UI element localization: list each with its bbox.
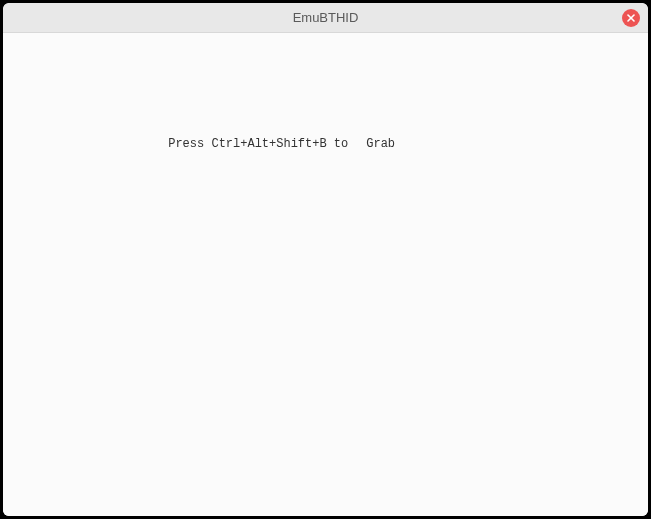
grab-hint: Press Ctrl+Alt+Shift+B toGrab (125, 123, 395, 165)
window-title: EmuBTHID (293, 10, 359, 25)
close-icon (626, 9, 636, 27)
app-window: EmuBTHID Press Ctrl+Alt+Shift+B toGrab (3, 3, 648, 516)
hint-action: Grab (366, 137, 395, 151)
close-button[interactable] (622, 9, 640, 27)
hint-prefix: Press Ctrl+Alt+Shift+B to (168, 137, 348, 151)
content-area: Press Ctrl+Alt+Shift+B toGrab (3, 33, 648, 516)
titlebar: EmuBTHID (3, 3, 648, 33)
